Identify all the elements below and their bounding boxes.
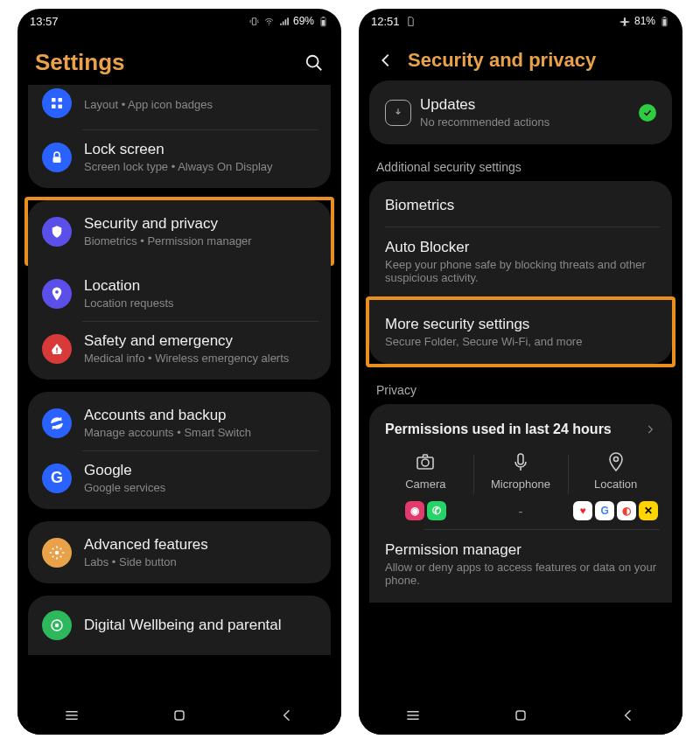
airplane-icon: [620, 16, 631, 27]
row-permission-manager[interactable]: Permission manager Allow or deny apps to…: [369, 529, 672, 599]
nav-back[interactable]: [620, 707, 637, 724]
row-sub: Location requests: [84, 296, 317, 310]
status-right: 69%: [248, 15, 329, 27]
nav-recents[interactable]: [63, 707, 80, 724]
search-icon[interactable]: [304, 53, 324, 73]
perm-label: Location: [594, 478, 637, 491]
svg-point-27: [613, 457, 618, 462]
app-chrome-icon: ◐: [617, 501, 636, 520]
svg-point-14: [55, 550, 60, 554]
navigation-bar: [359, 696, 682, 735]
card-advanced: Advanced features Labs • Side button: [28, 521, 331, 583]
card-additional-top: Biometrics Auto Blocker Keep your phone …: [369, 181, 672, 300]
app-google-icon: G: [595, 501, 614, 520]
row-sub: Layout • App icon badges: [84, 98, 317, 111]
row-title: Security and privacy: [84, 215, 317, 233]
page-title: Settings: [35, 49, 125, 76]
svg-rect-2: [322, 19, 326, 25]
card-updates[interactable]: Updates No recommended actions: [369, 80, 672, 144]
row-lock-screen[interactable]: Lock screen Screen lock type • Always On…: [28, 129, 331, 185]
row-security-privacy[interactable]: Security and privacy Biometrics • Permis…: [28, 204, 331, 259]
status-right: 81%: [620, 15, 670, 27]
svg-rect-20: [175, 711, 184, 720]
svg-point-4: [307, 55, 318, 66]
apps-location: ♥ G ◐ ✕: [573, 501, 658, 520]
svg-point-0: [269, 24, 270, 24]
security-header: Security and privacy: [359, 33, 682, 80]
row-title: Safety and emergency: [84, 332, 317, 350]
app-whatsapp-icon: ✆: [427, 501, 446, 520]
phone-right-security: 12:51 81% Security and privacy Updates N…: [359, 9, 682, 735]
card-privacy: Permissions used in last 24 hours Camera…: [369, 404, 672, 603]
sync-icon: [42, 408, 72, 438]
status-battery: 69%: [293, 15, 314, 27]
biometrics-title: Biometrics: [385, 197, 656, 214]
perm-location[interactable]: Location ♥ G ◐ ✕: [568, 451, 663, 520]
card-display-lock: Layout • App icon badges Lock screen Scr…: [28, 85, 331, 188]
app-maps-icon: ♥: [573, 501, 592, 520]
row-title: Location: [84, 277, 317, 295]
row-title: Google: [84, 462, 317, 479]
updates-title: Updates: [420, 96, 630, 114]
row-sub: Biometrics • Permission manager: [84, 234, 317, 248]
row-title: Accounts and backup: [84, 407, 317, 424]
card-security-rest: Location Location requests Safety and em…: [28, 262, 331, 380]
svg-rect-7: [59, 98, 63, 102]
svg-rect-26: [518, 454, 523, 464]
chevron-right-icon: [644, 423, 656, 436]
battery-icon: [659, 16, 670, 27]
card-wellbeing: Digital Wellbeing and parental: [28, 596, 331, 655]
vibrate-icon: [248, 16, 260, 27]
phone-left-settings: 13:57 69% Settings Layout • App icon bad…: [18, 9, 341, 735]
status-battery: 81%: [634, 15, 655, 27]
row-accounts-backup[interactable]: Accounts and backup Manage accounts • Sm…: [28, 395, 331, 450]
highlight-security: Security and privacy Biometrics • Permis…: [24, 197, 334, 266]
settings-header: Settings: [18, 33, 341, 85]
row-google[interactable]: G Google Google services: [28, 450, 331, 505]
row-permissions-used[interactable]: Permissions used in last 24 hours: [369, 408, 672, 446]
google-icon: G: [42, 464, 72, 493]
nav-home[interactable]: [512, 707, 529, 724]
status-time: 13:57: [30, 15, 59, 28]
apps-camera: ◉ ✆: [405, 501, 446, 520]
advanced-icon: [42, 538, 72, 568]
svg-rect-12: [56, 347, 58, 351]
svg-line-5: [317, 65, 322, 70]
app-other-icon: ✕: [639, 501, 658, 520]
row-title: Digital Wellbeing and parental: [84, 617, 317, 634]
nav-home[interactable]: [171, 707, 188, 724]
back-icon[interactable]: [376, 51, 396, 70]
svg-rect-23: [663, 17, 665, 17]
row-more-security[interactable]: More security settings Secure Folder, Se…: [369, 303, 672, 360]
svg-rect-22: [663, 18, 667, 25]
row-location[interactable]: Location Location requests: [28, 266, 331, 321]
row-safety-emergency[interactable]: Safety and emergency Medical info • Wire…: [28, 321, 331, 376]
row-title: More security settings: [385, 316, 656, 333]
row-title: Lock screen: [84, 141, 317, 158]
row-advanced-features[interactable]: Advanced features Labs • Side button: [28, 525, 331, 580]
perm-used-title: Permissions used in last 24 hours: [385, 422, 612, 437]
row-biometrics[interactable]: Biometrics: [369, 185, 672, 227]
perm-camera[interactable]: Camera ◉ ✆: [378, 451, 473, 520]
shield-icon: [42, 217, 72, 247]
wellbeing-icon: [42, 610, 72, 640]
svg-rect-6: [52, 98, 56, 102]
perm-microphone[interactable]: Microphone -: [473, 451, 569, 520]
nav-back[interactable]: [278, 707, 296, 724]
emergency-icon: [42, 334, 72, 364]
perm-label: Camera: [405, 478, 445, 491]
card-accounts: Accounts and backup Manage accounts • Sm…: [28, 392, 331, 509]
app-instagram-icon: ◉: [405, 501, 424, 520]
update-icon: [385, 100, 411, 126]
updates-sub: No recommended actions: [420, 115, 630, 129]
row-sub: Secure Folder, Secure Wi-Fi, and more: [385, 335, 656, 348]
svg-rect-9: [59, 105, 63, 109]
nav-recents[interactable]: [404, 707, 422, 724]
row-sub: Manage accounts • Smart Switch: [84, 426, 317, 439]
row-home-screen[interactable]: Layout • App icon badges: [28, 87, 331, 129]
svg-rect-13: [56, 352, 58, 353]
status-time: 12:51: [371, 15, 400, 28]
row-auto-blocker[interactable]: Auto Blocker Keep your phone safe by blo…: [369, 227, 672, 296]
camera-icon: [415, 451, 436, 472]
row-digital-wellbeing[interactable]: Digital Wellbeing and parental: [28, 599, 331, 652]
